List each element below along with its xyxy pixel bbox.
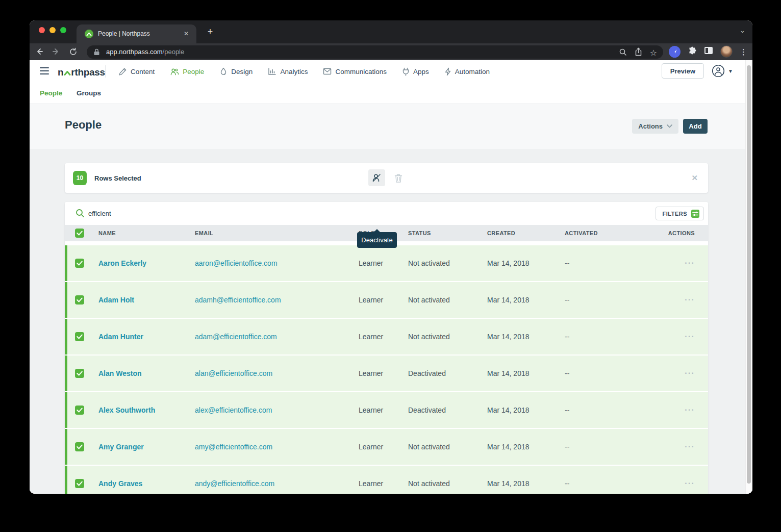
person-name-link[interactable]: Adam Hunter [98, 333, 143, 341]
row-checkbox[interactable] [75, 259, 84, 268]
browser-profile-avatar[interactable] [720, 45, 733, 58]
side-panel-icon[interactable] [704, 46, 713, 57]
preview-button[interactable]: Preview [662, 63, 704, 79]
url-text: app.northpass.com/people [106, 48, 184, 56]
row-actions-menu[interactable]: ··· [685, 295, 695, 305]
person-status: Not activated [408, 443, 450, 451]
scrollbar-thumb[interactable] [747, 65, 751, 484]
bookmark-star-icon[interactable]: ☆ [650, 49, 657, 57]
northpass-chevron-icon [64, 67, 71, 79]
person-name-link[interactable]: Alex Southworth [98, 406, 155, 414]
new-tab-button[interactable]: + [205, 27, 215, 37]
add-button[interactable]: Add [683, 119, 708, 134]
person-email-link[interactable]: alex@efficientoffice.com [195, 406, 272, 414]
nav-item-design[interactable]: Design [219, 67, 253, 76]
northpass-logo[interactable]: nrthpass [58, 66, 105, 79]
person-created: Mar 14, 2018 [487, 479, 530, 488]
close-window-button[interactable] [39, 27, 45, 33]
nav-item-people[interactable]: People [170, 67, 204, 76]
main-area: 10 Rows Selected ✕ Deactivate [30, 149, 752, 494]
row-checkbox[interactable] [75, 295, 84, 305]
subnav-tab-groups[interactable]: Groups [77, 89, 101, 97]
person-status: Not activated [408, 296, 450, 304]
person-email-link[interactable]: adamh@efficientoffice.com [195, 296, 281, 304]
person-status: Deactivated [408, 406, 446, 414]
nav-item-analytics[interactable]: Analytics [268, 67, 308, 75]
lightning-icon [444, 67, 451, 76]
hamburger-menu-icon[interactable] [40, 67, 49, 74]
person-name-link[interactable]: Andy Graves [98, 479, 142, 488]
nav-label: Analytics [280, 68, 308, 75]
person-created: Mar 14, 2018 [487, 333, 530, 341]
person-role: Learner [359, 369, 383, 377]
person-name-link[interactable]: Aaron Eckerly [98, 259, 146, 267]
col-email[interactable]: EMAIL [195, 230, 213, 236]
row-checkbox[interactable] [75, 332, 84, 341]
col-created[interactable]: CREATED [487, 230, 515, 236]
subnav-tab-people[interactable]: People [40, 89, 62, 97]
person-email-link[interactable]: amy@efficientoffice.com [195, 443, 272, 451]
person-email-link[interactable]: alan@efficientoffice.com [195, 369, 272, 377]
close-selection-icon[interactable]: ✕ [691, 173, 698, 183]
zoom-window-button[interactable] [60, 27, 66, 33]
row-actions-menu[interactable]: ··· [685, 258, 695, 268]
col-activated[interactable]: ACTIVATED [565, 230, 598, 236]
delete-button[interactable] [393, 172, 404, 184]
row-actions-menu[interactable]: ··· [685, 405, 695, 415]
tab-strip: People | Northpass ✕ + ⌄ [30, 20, 752, 43]
person-email-link[interactable]: adam@efficientoffice.com [195, 333, 277, 341]
browser-toolbar: app.northpass.com/people ☆ [30, 43, 752, 60]
col-status[interactable]: STATUS [408, 230, 431, 236]
search-input[interactable] [88, 202, 394, 225]
nav-label: Communications [335, 68, 387, 75]
row-actions-menu[interactable]: ··· [685, 368, 695, 378]
share-icon[interactable] [635, 47, 642, 58]
design-icon [219, 67, 228, 76]
nav-item-apps[interactable]: Apps [402, 67, 429, 76]
row-actions-menu[interactable]: ··· [685, 478, 695, 489]
extension-blue-icon[interactable] [669, 46, 681, 58]
minimize-window-button[interactable] [49, 27, 56, 33]
row-actions-menu[interactable]: ··· [685, 332, 695, 342]
back-button[interactable] [34, 46, 45, 57]
col-name[interactable]: NAME [98, 230, 116, 236]
scrollbar-track[interactable] [745, 60, 752, 494]
person-email-link[interactable]: andy@efficientoffice.com [195, 479, 274, 488]
browser-window: People | Northpass ✕ + ⌄ app.northpass.c… [30, 20, 752, 494]
person-email-link[interactable]: aaron@efficientoffice.com [195, 259, 278, 267]
tab-title: People | Northpass [98, 30, 150, 37]
row-checkbox[interactable] [75, 479, 84, 488]
selected-count-badge: 10 [73, 171, 87, 185]
people-icon [170, 67, 179, 76]
row-actions-menu[interactable]: ··· [685, 442, 695, 452]
nav-label: Apps [413, 68, 429, 75]
extensions-puzzle-icon[interactable] [688, 46, 697, 57]
table-body: Aaron Eckerly aaron@efficientoffice.com … [65, 245, 708, 494]
person-activated: -- [565, 406, 569, 414]
row-checkbox[interactable] [75, 442, 84, 451]
person-name-link[interactable]: Amy Granger [98, 443, 144, 451]
tab-close-icon[interactable]: ✕ [182, 30, 190, 38]
browser-tab[interactable]: People | Northpass ✕ [77, 24, 196, 43]
browser-menu-icon[interactable]: ⋮ [740, 50, 747, 54]
account-menu[interactable]: ▼ [712, 64, 733, 78]
filters-button[interactable]: FILTERS [656, 207, 704, 220]
lock-icon[interactable] [93, 48, 100, 58]
nav-item-communications[interactable]: Communications [323, 68, 387, 75]
nav-item-content[interactable]: Content [118, 67, 155, 76]
reload-button[interactable] [67, 46, 79, 57]
tab-search-chevron-icon[interactable]: ⌄ [740, 27, 745, 34]
person-name-link[interactable]: Adam Holt [98, 296, 134, 304]
row-checkbox[interactable] [75, 369, 84, 378]
deactivate-button[interactable] [368, 169, 385, 186]
nav-label: Design [231, 68, 253, 75]
zoom-page-icon[interactable] [619, 48, 627, 58]
select-all-checkbox[interactable] [75, 229, 84, 238]
actions-button[interactable]: Actions [632, 119, 678, 134]
selection-bar: 10 Rows Selected ✕ [65, 163, 708, 193]
person-name-link[interactable]: Alan Weston [98, 369, 142, 377]
row-checkbox[interactable] [75, 406, 84, 415]
nav-item-automation[interactable]: Automation [444, 67, 490, 76]
url-bar[interactable]: app.northpass.com/people ☆ [87, 45, 663, 59]
forward-button[interactable] [51, 46, 62, 57]
